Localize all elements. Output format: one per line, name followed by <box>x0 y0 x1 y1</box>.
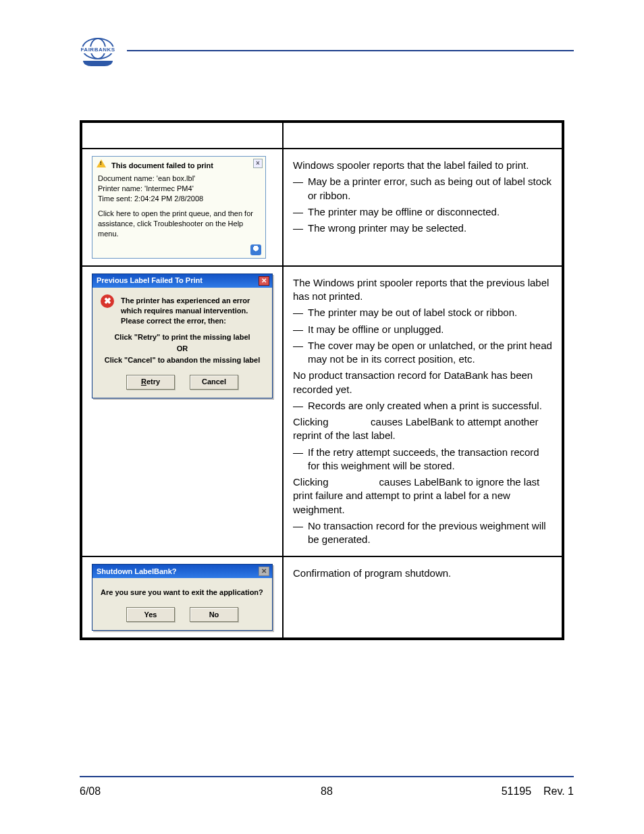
row1-bullet: May be a printer error, such as being ou… <box>308 175 552 203</box>
dialog-or: OR <box>101 344 264 354</box>
row1-lead: Windows spooler reports that the label f… <box>293 159 552 172</box>
print-failed-balloon: × This document failed to print Document… <box>92 156 266 259</box>
previous-label-failed-dialog: Previous Label Failed To Print ✕ ✖ The p… <box>92 273 273 398</box>
error-reference-table: × This document failed to print Document… <box>80 120 564 640</box>
retry-button[interactable]: Retry <box>126 375 175 390</box>
row2-bullet: The cover may be open or unlatched, or t… <box>308 339 552 367</box>
warning-icon <box>97 159 106 167</box>
no-button[interactable]: No <box>190 607 238 622</box>
brand-text: FAIRBANKS <box>76 47 120 53</box>
footer-page: 88 <box>80 785 574 798</box>
printer-icon <box>250 244 261 255</box>
close-icon[interactable]: × <box>253 159 263 168</box>
row2-bullet: No transaction record for the previous w… <box>308 519 552 547</box>
header-rule <box>127 50 574 51</box>
balloon-doc-line: Document name: 'ean box.lbl' <box>98 174 260 184</box>
row2-p4: Clicking causes LabelBank to ignore the … <box>293 475 552 517</box>
page-footer: 6/08 88 51195 Rev. 1 <box>80 785 574 798</box>
close-icon[interactable]: ✕ <box>259 567 269 576</box>
row2-bullet: Records are only created when a print is… <box>308 399 552 413</box>
dialog-step: Click "Cancel" to abandon the missing la… <box>101 355 264 365</box>
balloon-hint: Click here to open the print queue, and … <box>98 209 260 239</box>
fairbanks-logo: FAIRBANKS <box>80 38 116 68</box>
yes-button[interactable]: Yes <box>126 607 175 622</box>
close-icon[interactable]: ✕ <box>259 276 269 286</box>
row1-bullet: The wrong printer may be selected. <box>308 221 552 235</box>
shutdown-dialog: Shutdown LabelBank? ✕ Are you sure you w… <box>92 564 273 631</box>
footer-rule <box>80 776 574 777</box>
balloon-time-line: Time sent: 2:04:24 PM 2/8/2008 <box>98 194 260 204</box>
cancel-button[interactable]: Cancel <box>190 375 238 390</box>
balloon-title: This document failed to print <box>111 161 260 171</box>
error-icon: ✖ <box>101 294 114 308</box>
row2-p3: Clicking causes LabelBank to attempt ano… <box>293 415 552 443</box>
row2-bullet: It may be offline or unplugged. <box>308 323 552 336</box>
row1-bullet: The printer may be offline or disconnect… <box>308 205 552 219</box>
row2-p2: No product transaction record for DataBa… <box>293 369 552 396</box>
dialog-message: Are you sure you want to exit the applic… <box>101 588 264 598</box>
row3-desc: Confirmation of program shutdown. <box>293 567 552 580</box>
dialog-message: The printer has experienced an error whi… <box>121 296 264 326</box>
row2-bullet: The printer may be out of label stock or… <box>308 306 552 319</box>
row2-p1: The Windows print spooler reports that t… <box>293 276 552 304</box>
dialog-step: Click "Retry" to print the missing label <box>101 332 264 342</box>
dialog-title: Shutdown LabelBank? <box>97 567 259 577</box>
balloon-prn-line: Printer name: 'Intermec PM4' <box>98 184 260 194</box>
ribbon-icon <box>83 61 113 66</box>
dialog-title: Previous Label Failed To Print <box>97 276 259 286</box>
row2-bullet: If the retry attempt succeeds, the trans… <box>308 446 552 473</box>
